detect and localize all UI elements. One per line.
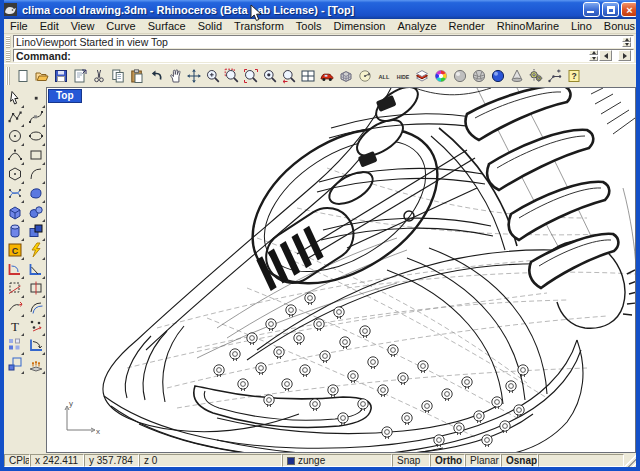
toolbar-button-zoom-window[interactable]: [222, 66, 241, 86]
viewport-top[interactable]: Top: [46, 87, 636, 453]
toolbar-button-hide[interactable]: HIDE: [393, 66, 412, 86]
toolbar-button-pan[interactable]: [165, 66, 184, 86]
toolbar-button-help[interactable]: ?: [564, 66, 583, 86]
menu-item-edit[interactable]: Edit: [34, 20, 65, 32]
sidebar-button-split[interactable]: [25, 280, 46, 299]
command-spin-down-button[interactable]: [589, 56, 598, 61]
sidebar-button-explode[interactable]: [25, 242, 46, 261]
toggle-osnap[interactable]: Osnap: [501, 454, 538, 467]
command-next-button[interactable]: [618, 50, 631, 61]
menu-item-rhinomarine[interactable]: RhinoMarine: [491, 20, 565, 32]
sidebar-button-array[interactable]: [4, 337, 25, 356]
toolbar-button-paste[interactable]: [127, 66, 146, 86]
menu-item-dimension[interactable]: Dimension: [328, 20, 392, 32]
sidebar-button-chamfer[interactable]: [25, 261, 46, 280]
toggle-planar[interactable]: Planar: [465, 454, 501, 467]
toolbar-button-color-wheel[interactable]: [431, 66, 450, 86]
sidebar-button-polygon[interactable]: [4, 166, 25, 185]
sidebar-button-surface-blob[interactable]: [25, 185, 46, 204]
sidebar-button-offset[interactable]: [25, 299, 46, 318]
maximize-button[interactable]: [602, 2, 619, 17]
menu-item-lino[interactable]: Lino: [565, 20, 598, 32]
toolbar-button-gears[interactable]: [526, 66, 545, 86]
command-input[interactable]: [74, 51, 589, 61]
menu-item-render[interactable]: Render: [443, 20, 491, 32]
sidebar-button-arc[interactable]: [25, 166, 46, 185]
menu-item-solid[interactable]: Solid: [192, 20, 228, 32]
toolbar-button-cut[interactable]: [89, 66, 108, 86]
sidebar-button-polyline[interactable]: [4, 109, 25, 128]
cplane-pane[interactable]: CPlane: [4, 454, 30, 467]
sidebar-button-ellipse[interactable]: [25, 128, 46, 147]
sidebar-button-extend[interactable]: [4, 299, 25, 318]
sidebar-button-join[interactable]: C: [4, 242, 25, 261]
menu-item-bonus[interactable]: Bonus: [598, 20, 640, 32]
toolbar-button-zoom-extents[interactable]: [260, 66, 279, 86]
command-prev-button[interactable]: [599, 50, 612, 61]
sidebar-button-box[interactable]: [4, 204, 25, 223]
toolbar-button-zoom-previous[interactable]: [279, 66, 298, 86]
toolbar-button-circle-arrow[interactable]: [355, 66, 374, 86]
sidebar-button-trim[interactable]: [4, 280, 25, 299]
sidebar-button-arc3[interactable]: [4, 147, 25, 166]
toolbar-button-sphere-render[interactable]: [488, 66, 507, 86]
toolbar-button-new[interactable]: [13, 66, 32, 86]
left-arrow-icon: [604, 53, 608, 59]
minimize-button[interactable]: [583, 2, 600, 17]
command-line[interactable]: Command:: [13, 49, 634, 62]
sidebar-button-dim-points[interactable]: [25, 318, 46, 337]
boolean-icon: [28, 223, 44, 243]
toolbar-button-spotlight-cone[interactable]: [507, 66, 526, 86]
menu-item-analyze[interactable]: Analyze: [391, 20, 442, 32]
toolbar-button-mesh-box[interactable]: [336, 66, 355, 86]
sidebar-button-cylinder[interactable]: [4, 223, 25, 242]
layer-pane[interactable]: zunge: [282, 454, 392, 467]
history-scroll-down-button[interactable]: [622, 42, 631, 47]
sidebar-button-circle[interactable]: [4, 128, 25, 147]
toolbar-button-layer-wedge[interactable]: [412, 66, 431, 86]
toolbar-button-undo[interactable]: [146, 66, 165, 86]
toolbar-button-sphere-gray[interactable]: [450, 66, 469, 86]
toolbar-button-zoom-all[interactable]: ALL: [374, 66, 393, 86]
sidebar-button-fillet[interactable]: [4, 261, 25, 280]
sidebar-button-extrude[interactable]: [25, 356, 46, 375]
command-history-grip[interactable]: [6, 36, 11, 48]
toolbar-button-copy[interactable]: [108, 66, 127, 86]
toolbar-button-save[interactable]: [51, 66, 70, 86]
sidebar-button-patch[interactable]: [4, 185, 25, 204]
sidebar-button-boolean[interactable]: [25, 223, 46, 242]
toggle-snap[interactable]: Snap: [392, 454, 430, 467]
toolbar-button-sphere-textured[interactable]: [469, 66, 488, 86]
close-button[interactable]: ×: [621, 2, 638, 17]
toolbar-button-viewport-layout[interactable]: [298, 66, 317, 86]
titlebar[interactable]: clima cool drawing.3dm - Rhinoceros (Bet…: [0, 0, 640, 19]
command-spin-up-button[interactable]: [589, 50, 598, 55]
menu-item-view[interactable]: View: [65, 20, 101, 32]
sidebar-button-scale[interactable]: [4, 356, 25, 375]
toolbar-button-zoom-dynamic[interactable]: [203, 66, 222, 86]
sidebar-button-spheres[interactable]: [25, 204, 46, 223]
patch-icon: [7, 185, 23, 205]
menu-item-curve[interactable]: Curve: [100, 20, 141, 32]
toolbar-button-open[interactable]: [32, 66, 51, 86]
sidebar-button-text[interactable]: T: [4, 318, 25, 337]
toolbar-button-rotate-view[interactable]: [184, 66, 203, 86]
viewport-label[interactable]: Top: [48, 89, 82, 103]
toolbar-button-car[interactable]: [317, 66, 336, 86]
toolbar-button-leader[interactable]: [545, 66, 564, 86]
menu-item-file[interactable]: File: [4, 20, 34, 32]
sidebar-button-rectangle[interactable]: [25, 147, 46, 166]
menu-item-tools[interactable]: Tools: [290, 20, 328, 32]
sidebar-button-pointer[interactable]: [4, 90, 25, 109]
resize-grip[interactable]: [624, 454, 636, 467]
sidebar-button-rotate[interactable]: [25, 337, 46, 356]
toolbar-button-zoom-selected[interactable]: [241, 66, 260, 86]
sidebar-button-control-curve[interactable]: [25, 109, 46, 128]
menu-item-surface[interactable]: Surface: [142, 20, 192, 32]
toggle-ortho[interactable]: Ortho: [430, 454, 465, 467]
sidebar-button-point[interactable]: [25, 90, 46, 109]
command-prompt-label: Command:: [16, 50, 71, 62]
toolbar-button-print-preview[interactable]: [70, 66, 89, 86]
command-line-grip[interactable]: [6, 50, 11, 62]
toolbar-grip[interactable]: [6, 67, 10, 85]
